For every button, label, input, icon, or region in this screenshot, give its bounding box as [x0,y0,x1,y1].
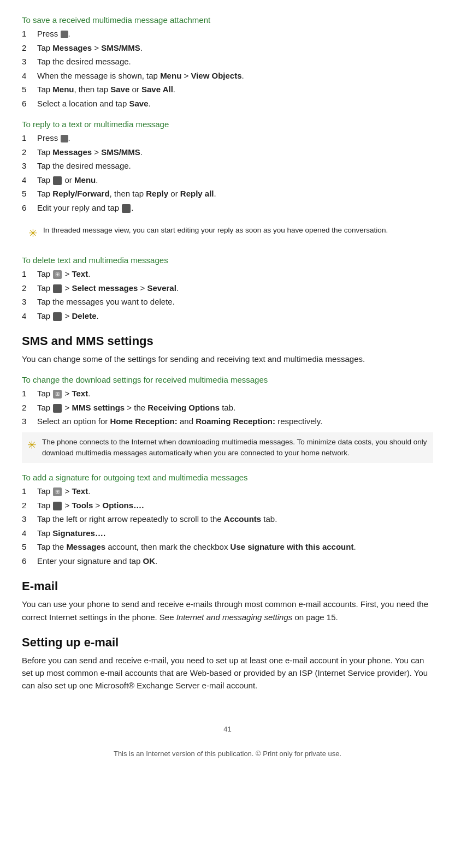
steps-signature: 1 Tap ⊞ > Text. 2 Tap > Tools > Options…… [22,485,433,567]
list-item: 4 Tap Signatures…. [22,527,433,540]
section-reply-message: To reply to a text or multimedia message… [22,120,433,246]
heading-setting-up-email: Setting up e-mail [22,635,433,650]
menu-icon [53,502,62,510]
list-item: 2 Tap > MMS settings > the Receiving Opt… [22,402,433,414]
list-item: 6 Edit your reply and tap . [22,202,433,215]
steps-reply-message: 1 Press . 2 Tap Messages > SMS/MMS. 3 Ta… [22,132,433,214]
tip-icon: ✳ [27,437,37,453]
steps-download-settings: 1 Tap ⊞ > Text. 2 Tap > MMS settings > t… [22,388,433,428]
list-item: 4 Tap or Menu. [22,174,433,187]
list-item: 1 Press . [22,28,433,40]
list-item: 1 Tap ⊞ > Text. [22,485,433,498]
send-icon [122,204,131,213]
body-setting-up-email: Before you can send and receive e-mail, … [22,654,433,692]
list-item: 1 Tap ⊞ > Text. [22,268,433,281]
list-item: 2 Tap > Tools > Options…. [22,500,433,512]
heading-email: E-mail [22,579,433,593]
list-item: 4 When the message is shown, tap Menu > … [22,70,433,82]
page-number: 41 [22,725,433,733]
list-item: 4 Tap > Delete. [22,310,433,323]
apps-icon: ⊞ [53,487,62,496]
list-item: 1 Press . [22,132,433,145]
tip-text-reply: In threaded message view, you can start … [43,225,427,236]
section-save-attachment: To save a received multimedia message at… [22,15,433,110]
list-item: 2 Tap Messages > SMS/MMS. [22,146,433,159]
steps-save-attachment: 1 Press . 2 Tap Messages > SMS/MMS. 3 Ta… [22,28,433,110]
apps-icon: ⊞ [53,390,62,399]
list-item: 5 Tap Menu, then tap Save or Save All. [22,84,433,96]
footer-note: This is an Internet version of this publ… [22,750,433,758]
heading-sms-mms: SMS and MMS settings [22,334,433,348]
heading-download-settings: To change the download settings for rece… [22,375,433,384]
menu-icon [53,312,62,321]
list-item: 3 Tap the messages you want to delete. [22,296,433,308]
heading-save-attachment: To save a received multimedia message at… [22,15,433,25]
list-item: 6 Enter your signature and tap OK. [22,555,433,568]
tip-icon: ✳ [28,225,38,241]
tip-download: ✳ The phone connects to the Internet whe… [22,432,433,463]
apps-icon: ⊞ [53,270,62,279]
list-item: 2 Tap > Select messages > Several. [22,282,433,295]
body-email: You can use your phone to send and recei… [22,598,433,623]
section-signature: To add a signature for outgoing text and… [22,473,433,567]
section-delete-messages: To delete text and multimedia messages 1… [22,255,433,322]
list-item: 1 Tap ⊞ > Text. [22,388,433,400]
heading-signature: To add a signature for outgoing text and… [22,473,433,482]
section-email: E-mail You can use your phone to send an… [22,579,433,623]
section-download-settings: To change the download settings for rece… [22,375,433,463]
phone-icon [61,135,68,142]
list-item: 5 Tap Reply/Forward, then tap Reply or R… [22,188,433,200]
list-item: 2 Tap Messages > SMS/MMS. [22,42,433,55]
steps-delete-messages: 1 Tap ⊞ > Text. 2 Tap > Select messages … [22,268,433,322]
tip-text-download: The phone connects to the Internet when … [42,437,428,459]
menu-icon [53,176,62,185]
list-item: 3 Tap the left or right arrow repeatedly… [22,513,433,526]
heading-delete-messages: To delete text and multimedia messages [22,255,433,265]
menu-icon [53,284,62,293]
list-item: 3 Tap the desired message. [22,56,433,68]
body-sms-mms: You can change some of the settings for … [22,353,433,365]
list-item: 6 Select a location and tap Save. [22,98,433,110]
section-sms-mms-settings: SMS and MMS settings You can change some… [22,334,433,365]
menu-icon [53,404,62,413]
heading-reply-message: To reply to a text or multimedia message [22,120,433,129]
tip-reply: ✳ In threaded message view, you can star… [22,221,433,246]
list-item: 5 Tap the Messages account, then mark th… [22,541,433,554]
page-footer: 41 This is an Internet version of this p… [22,725,433,758]
list-item: 3 Tap the desired message. [22,160,433,173]
list-item: 3 Select an option for Home Reception: a… [22,415,433,428]
phone-icon [61,31,68,38]
section-setting-up-email: Setting up e-mail Before you can send an… [22,635,433,692]
